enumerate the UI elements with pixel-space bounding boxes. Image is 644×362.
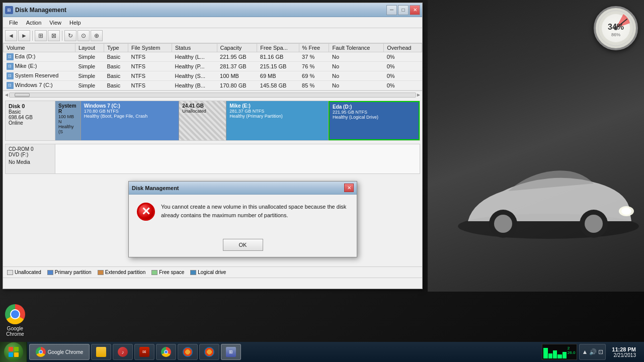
vol-icon-1: ⊡ xyxy=(7,63,14,70)
cell-1-9: 0% xyxy=(384,62,422,71)
cell-0-3: NTFS xyxy=(128,52,172,62)
dialog-close-button[interactable]: ✕ xyxy=(344,184,354,192)
graph-bar-2 xyxy=(548,353,552,358)
speedometer-widget: 34% 86% xyxy=(594,6,638,50)
cell-1-0: ⊡Mike (E:) xyxy=(4,62,75,71)
toolbar-forward[interactable]: ► xyxy=(18,30,30,41)
taskbar-item-chrome2[interactable] xyxy=(156,344,176,360)
taskbar-item-mail[interactable]: ✉ xyxy=(134,344,154,360)
graph-bar-1 xyxy=(543,348,547,358)
col-capacity: Capacity xyxy=(217,44,257,52)
scroll-thumb[interactable] xyxy=(15,93,30,97)
taskbar-item-music[interactable]: ♪ xyxy=(113,344,133,360)
toolbar-sep-1 xyxy=(32,31,33,41)
disk0-label: Disk 0 Basic 698.64 GB Online xyxy=(5,101,55,141)
taskbar: Google Chrome ♪ ✉ xyxy=(0,342,644,362)
graph-bar-5 xyxy=(562,352,567,358)
disk0-row: Disk 0 Basic 698.64 GB Online System R 1… xyxy=(5,101,420,141)
cell-3-4: Healthy (B... xyxy=(172,81,217,90)
chrome2-icon xyxy=(161,347,171,357)
notif-network: ▲ xyxy=(582,348,588,355)
taskbar-item-folder[interactable] xyxy=(91,344,111,360)
start-button[interactable] xyxy=(0,342,27,362)
cell-0-9: 0% xyxy=(384,52,422,62)
cdrom-name: CD-ROM 0 xyxy=(9,146,52,152)
dialog-ok-button[interactable]: OK xyxy=(223,239,263,251)
notification-area[interactable]: ▲ 🔊 ⊡ xyxy=(579,344,606,360)
cell-1-5: 281.37 GB xyxy=(217,62,257,71)
cell-0-0: ⊡Eda (D:) xyxy=(4,52,75,62)
status-bar xyxy=(3,278,422,289)
graph-values: 226.0 xyxy=(567,345,576,355)
part-eda-info: Healthy (Logical Drive) xyxy=(333,115,416,120)
taskbar-chrome-label: Google Chrome xyxy=(48,349,84,355)
svg-rect-12 xyxy=(14,347,19,351)
part-system-size: 100 MB N xyxy=(58,114,77,124)
cell-3-2: Basic xyxy=(104,81,128,90)
legend-unallocated: Unallocated xyxy=(7,269,41,275)
svg-rect-14 xyxy=(14,352,19,357)
window-icon: ⊞ xyxy=(5,6,13,14)
cell-3-5: 170.80 GB xyxy=(217,81,257,90)
table-row[interactable]: ⊡Eda (D:)SimpleBasicNTFSHealthy (L...221… xyxy=(4,52,422,62)
dialog-title-bar: Disk Management ✕ xyxy=(129,182,357,195)
cell-2-5: 100 MB xyxy=(217,71,257,81)
volume-table-container[interactable]: Volume Layout Type File System Status Ca… xyxy=(3,43,422,90)
partition-unallocated[interactable]: 24.41 GB Unallocated xyxy=(179,101,226,140)
car-image xyxy=(443,141,644,251)
partition-system-reserved[interactable]: System R 100 MB N Healthy (S xyxy=(55,101,81,140)
firefox2-icon xyxy=(204,347,214,357)
cell-0-6: 81.16 GB xyxy=(257,52,299,62)
disk0-status: Online xyxy=(9,120,52,126)
toolbar-btn-1[interactable]: ⊞ xyxy=(35,30,47,41)
legend-color-free xyxy=(151,270,157,275)
cell-2-3: NTFS xyxy=(128,71,172,81)
disk0-size: 698.64 GB xyxy=(9,115,52,120)
legend-label-extended: Extended partition xyxy=(105,269,146,275)
table-row[interactable]: ⊡Windows 7 (C:)SimpleBasicNTFSHealthy (B… xyxy=(4,81,422,90)
toolbar-sep-2 xyxy=(62,31,62,41)
part-eda-name: Eda (D:) xyxy=(333,104,416,110)
cell-3-9: 0% xyxy=(384,81,422,90)
taskbar-item-firefox2[interactable] xyxy=(199,344,219,360)
clock-time: 11:28 PM xyxy=(612,346,636,352)
minimize-button[interactable]: ─ xyxy=(386,5,397,15)
dialog-footer: OK xyxy=(129,235,357,257)
legend-color-logical xyxy=(190,270,196,275)
toolbar-btn-2[interactable]: ⊠ xyxy=(48,30,60,41)
menu-action[interactable]: Action xyxy=(22,19,46,27)
partition-mike[interactable]: Mike (E:) 281.37 GB NTFS Healthy (Primar… xyxy=(226,101,329,140)
toolbar-back[interactable]: ◄ xyxy=(5,30,17,41)
partition-windows[interactable]: Windows 7 (C:) 170.80 GB NTFS Healthy (B… xyxy=(81,101,179,140)
taskbar-graph: 226.0 xyxy=(542,344,577,360)
table-row[interactable]: ⊡System ReservedSimpleBasicNTFSHealthy (… xyxy=(4,71,422,81)
part-unalloc-info: Unallocated xyxy=(182,109,223,114)
cell-1-7: 76 % xyxy=(299,62,329,71)
table-row[interactable]: ⊡Mike (E:)SimpleBasicNTFSHealthy (P...28… xyxy=(4,62,422,71)
svg-point-4 xyxy=(585,215,603,233)
mail-icon: ✉ xyxy=(139,347,149,357)
menu-file[interactable]: File xyxy=(5,19,22,27)
scroll-track[interactable] xyxy=(9,93,416,98)
partition-eda[interactable]: Eda (D:) 221.95 GB NTFS Healthy (Logical… xyxy=(329,101,420,140)
menu-help[interactable]: Help xyxy=(65,19,85,27)
toolbar-btn-5[interactable]: ⊕ xyxy=(91,30,103,41)
chrome-desktop-icon[interactable]: GoogleChrome xyxy=(5,304,25,337)
toolbar-btn-4[interactable]: ⊙ xyxy=(77,30,90,41)
toolbar-btn-3[interactable]: ↻ xyxy=(64,30,76,41)
legend: Unallocated Primary partition Extended p… xyxy=(3,266,422,278)
taskbar-item-chrome[interactable]: Google Chrome xyxy=(29,344,90,360)
clock[interactable]: 11:28 PM 2/21/2013 xyxy=(608,346,640,358)
cell-0-7: 37 % xyxy=(299,52,329,62)
h-scrollbar[interactable]: ◄ ► xyxy=(3,90,422,99)
vol-icon-2: ⊡ xyxy=(7,72,14,79)
speedometer-value: 34% xyxy=(608,23,624,32)
part-win-info: Healthy (Boot, Page File, Crash xyxy=(84,114,176,119)
close-button[interactable]: ✕ xyxy=(410,5,420,15)
taskbar-item-disk-mgmt[interactable]: ⊞ xyxy=(221,344,241,360)
folder-icon xyxy=(96,347,106,357)
taskbar-item-firefox[interactable] xyxy=(178,344,198,360)
disk0-type: Basic xyxy=(9,109,52,115)
menu-view[interactable]: View xyxy=(45,19,65,27)
maximize-button[interactable]: □ xyxy=(398,5,409,15)
